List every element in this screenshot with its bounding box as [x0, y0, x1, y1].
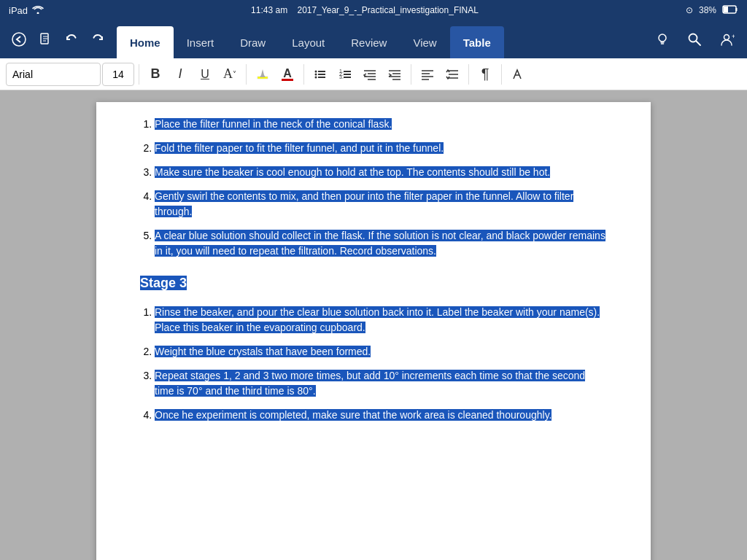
svg-point-5: [689, 34, 697, 42]
status-left: iPad: [9, 5, 44, 16]
document-page: Place the filter funnel in the neck of t…: [96, 102, 651, 560]
list-item-text: Weight the blue crystals that have been …: [155, 346, 371, 357]
doc-area[interactable]: Place the filter funnel in the neck of t…: [0, 90, 747, 560]
device-label: iPad: [9, 5, 28, 16]
font-selector[interactable]: [6, 63, 101, 86]
list-item-text: Place the filter funnel in the neck of t…: [155, 118, 392, 130]
svg-rect-13: [318, 74, 325, 75]
font-color-swatch: [282, 79, 293, 81]
filename: 2017_Year_9_-_Practical_investigation_FI…: [298, 5, 479, 15]
back-button[interactable]: [7, 28, 31, 51]
list-item-text: Rinse the beaker, and pour the clear blu…: [155, 306, 600, 333]
ribbon: Home Insert Draw Layout Review View Tabl…: [0, 20, 747, 58]
svg-rect-11: [318, 71, 325, 72]
list-item[interactable]: Repeat stages 1, 2 and 3 two more times,…: [155, 368, 607, 399]
indent-button[interactable]: [383, 63, 406, 86]
list-item[interactable]: Place the filter funnel in the neck of t…: [155, 117, 607, 132]
list-item[interactable]: A clear blue solution should collect in …: [155, 228, 607, 259]
tab-insert[interactable]: Insert: [174, 26, 228, 58]
doc-content: Place the filter funnel in the neck of t…: [140, 117, 607, 423]
tab-view[interactable]: View: [400, 26, 449, 58]
divider-5: [468, 64, 469, 85]
person-button[interactable]: +: [715, 28, 738, 51]
time-display: 11:43 am: [251, 5, 287, 15]
list-item[interactable]: Make sure the beaker is cool enough to h…: [155, 165, 607, 180]
bullets-button[interactable]: [309, 63, 332, 86]
divider-3: [303, 64, 304, 85]
svg-point-4: [659, 34, 666, 42]
line-spacing-button[interactable]: [441, 63, 464, 86]
underline-button[interactable]: U: [193, 63, 217, 86]
battery-icon: [722, 5, 738, 16]
svg-line-6: [697, 42, 701, 46]
battery-percent: 38%: [699, 5, 716, 15]
search-button[interactable]: [683, 28, 706, 51]
italic-button[interactable]: I: [169, 63, 192, 86]
list-item[interactable]: Weight the blue crystals that have been …: [155, 344, 607, 359]
svg-point-2: [12, 33, 26, 46]
wifi-icon: [32, 5, 44, 16]
undo-button[interactable]: [60, 28, 83, 51]
tab-draw[interactable]: Draw: [227, 26, 279, 58]
svg-rect-21: [344, 77, 351, 78]
highlight-button[interactable]: [251, 63, 274, 86]
list-item[interactable]: Gently swirl the contents to mix, and th…: [155, 189, 607, 219]
list-item[interactable]: Rinse the beaker, and pour the clear blu…: [155, 305, 607, 335]
list-item[interactable]: Fold the filter paper to fit the filter …: [155, 141, 607, 156]
list-stage2: Place the filter funnel in the neck of t…: [140, 117, 607, 259]
list-item-text: Repeat stages 1, 2 and 3 two more times,…: [155, 370, 585, 397]
font-color-button[interactable]: A: [276, 63, 299, 86]
file-button[interactable]: [34, 28, 57, 51]
text-style-button[interactable]: A˅: [218, 63, 241, 86]
align-left-button[interactable]: [416, 63, 439, 86]
tab-home[interactable]: Home: [117, 26, 174, 58]
list-stage3: Rinse the beaker, and pour the clear blu…: [140, 305, 607, 423]
paragraph-button[interactable]: ¶: [473, 63, 497, 86]
svg-text:3.: 3.: [339, 74, 344, 79]
list-item-text: Fold the filter paper to fit the filter …: [155, 142, 444, 154]
svg-point-10: [315, 70, 317, 72]
nav-buttons: [0, 20, 117, 58]
status-center: 11:43 am 2017_Year_9_-_Practical_investi…: [251, 5, 479, 15]
svg-rect-19: [344, 74, 351, 75]
stage3-heading: Stage 3: [140, 276, 187, 290]
svg-point-14: [315, 76, 317, 78]
status-bar: iPad 11:43 am 2017_Year_9_-_Practical_in…: [0, 0, 747, 20]
list-item-text: Gently swirl the contents to mix, and th…: [155, 190, 573, 217]
stage3-heading-para: Stage 3: [140, 273, 607, 293]
status-right: ⊙ 38%: [686, 5, 738, 16]
tab-bar: Home Insert Draw Layout Review View Tabl…: [117, 20, 642, 58]
tab-review[interactable]: Review: [338, 26, 400, 58]
tab-table[interactable]: Table: [450, 26, 504, 58]
svg-text:+: +: [732, 33, 735, 40]
font-size-input[interactable]: [102, 63, 134, 86]
list-item-text: A clear blue solution should collect in …: [155, 230, 605, 257]
svg-rect-15: [318, 77, 325, 78]
svg-point-12: [315, 73, 317, 75]
ribbon-actions: +: [642, 20, 747, 58]
divider-6: [501, 64, 502, 85]
bold-button[interactable]: B: [144, 63, 167, 86]
svg-rect-17: [344, 71, 351, 72]
divider-2: [246, 64, 247, 85]
svg-rect-1: [724, 7, 728, 12]
styles-button[interactable]: [506, 63, 530, 86]
svg-point-7: [724, 35, 729, 40]
numbering-button[interactable]: 1.2.3.: [333, 63, 357, 86]
camera-icon: ⊙: [686, 5, 693, 15]
divider-1: [139, 64, 139, 85]
list-item-text: Once he experiment is completed, make su…: [155, 409, 551, 421]
bulb-button[interactable]: [651, 28, 674, 51]
formatting-bar: B I U A˅ A 1.2.3. ¶: [0, 58, 747, 90]
list-item-text: Make sure the beaker is cool enough to h…: [155, 166, 550, 178]
divider-4: [411, 64, 411, 85]
redo-button[interactable]: [86, 28, 109, 51]
tab-layout[interactable]: Layout: [279, 26, 338, 58]
list-item[interactable]: Once he experiment is completed, make su…: [155, 408, 607, 423]
outdent-button[interactable]: [358, 63, 382, 86]
